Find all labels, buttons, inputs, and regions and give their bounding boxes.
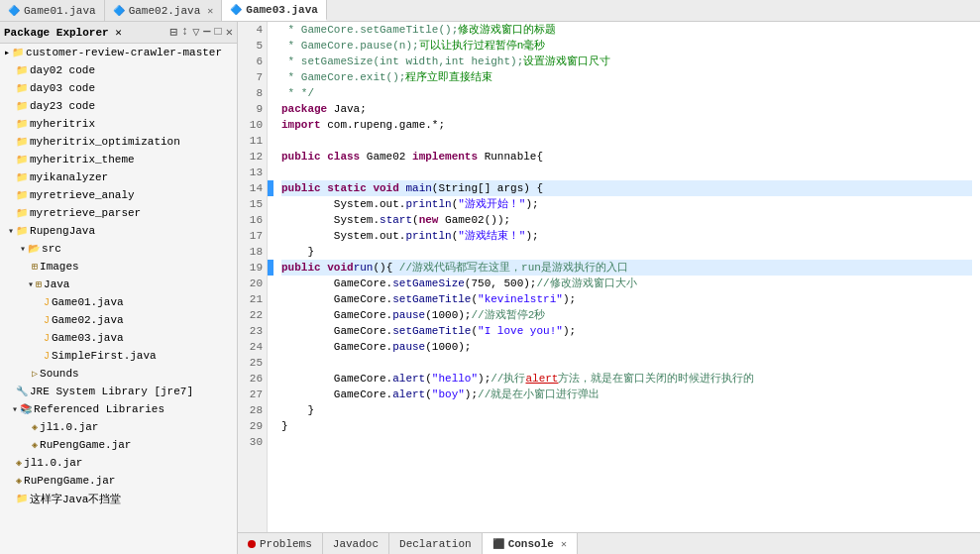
package-icon-java: ⊞ (36, 278, 42, 290)
project-icon: 📁 (12, 47, 24, 58)
tree-jl10-2[interactable]: ◈ jl1.0.jar (0, 454, 237, 472)
code-line-6: * setGameSize(int width,int height);设置游戏… (281, 54, 972, 69)
main-area: Package Explorer ✕ ⊟ ↕ ▽ — □ ✕ ▸ 📁 custo… (0, 22, 980, 554)
arrow-icon: ▸ (4, 47, 10, 58)
code-line-29: } (281, 418, 972, 434)
tree-sounds[interactable]: ▷ Sounds (0, 365, 237, 383)
folder-icon-chinese: 📁 (16, 493, 28, 504)
code-line-18: } (281, 244, 972, 260)
sounds-icon: ▷ (32, 368, 38, 380)
line-numbers: 4 5 6 7 8 9 10 11 12 13 14 15 16 17 18 1… (238, 22, 268, 532)
code-line-30 (281, 434, 972, 450)
game02-label: Game02.java (52, 314, 124, 326)
tree-game02[interactable]: J Game02.java (0, 311, 237, 329)
code-line-21: GameCore.setGameTitle("kevinelstri"); (281, 291, 972, 307)
sync-icon[interactable]: ↕ (181, 25, 188, 40)
java-icon-game02: J (44, 315, 50, 326)
expand-arrow-java: ▾ (28, 278, 34, 290)
tree-chinese-folder[interactable]: 📁 这样字Java不挡堂 (0, 490, 237, 507)
jar-icon-rupeng-2: ◈ (16, 475, 22, 487)
tree-game01[interactable]: J Game01.java (0, 293, 237, 311)
jre-label: JRE System Library [jre7] (30, 386, 193, 397)
tree-myheritrix-theme[interactable]: 📁 myheritrix_theme (0, 151, 237, 168)
tree-reflibs[interactable]: ▾ 📚 Referenced Libraries (0, 400, 237, 418)
simplefirst-label: SimpleFirst.java (52, 350, 157, 362)
tab-game01[interactable]: 🔷 Game01.java (0, 0, 105, 21)
folder-icon-analy: 📁 (16, 189, 28, 201)
tab-javadoc[interactable]: Javadoc (323, 533, 389, 554)
tree-myheritrix[interactable]: 📁 myheritrix (0, 115, 237, 133)
tree-src[interactable]: ▾ 📂 src (0, 240, 237, 258)
tree-images[interactable]: ⊞ Images (0, 258, 237, 276)
tree-simplefirst[interactable]: J SimpleFirst.java (0, 347, 237, 365)
tree-project[interactable]: ▸ 📁 customer-review-crawler-master (0, 44, 237, 61)
code-line-23: GameCore.setGameTitle("I love you!"); (281, 323, 972, 339)
code-line-16: System.start(new Game02()); (281, 212, 972, 228)
tree-myheritrix-opt[interactable]: 📁 myheritrix_optimization (0, 133, 237, 151)
day03-label: day03 code (30, 82, 95, 94)
menu-icon[interactable]: ▽ (192, 25, 199, 40)
myretrieve-parser-label: myretrieve_parser (30, 207, 141, 219)
maximize-icon[interactable]: □ (215, 25, 222, 40)
code-line-11 (281, 133, 972, 149)
reflibs-icon: 📚 (20, 403, 32, 415)
code-line-24: GameCore.pause(1000); (281, 339, 972, 355)
day02-label: day02 code (30, 64, 95, 76)
bottom-bar: Problems Javadoc Declaration ⬛ Console ✕ (238, 532, 980, 554)
tree-myretrieve-analy[interactable]: 📁 myretrieve_analy (0, 186, 237, 204)
sidebar: Package Explorer ✕ ⊟ ↕ ▽ — □ ✕ ▸ 📁 custo… (0, 22, 238, 554)
tab-game02[interactable]: 🔷 Game02.java ✕ (105, 0, 223, 21)
code-line-8: * */ (281, 85, 972, 101)
code-line-20: GameCore.setGameSize(750, 500);//修改游戏窗口大… (281, 276, 972, 291)
code-line-5: * GameCore.pause(n);可以让执行过程暂停n毫秒 (281, 38, 972, 54)
tab-label-1: Game01.java (24, 5, 96, 17)
folder-icon-opt: 📁 (16, 136, 28, 148)
code-area: 4 5 6 7 8 9 10 11 12 13 14 15 16 17 18 1… (238, 22, 980, 554)
tree-jre[interactable]: 🔧 JRE System Library [jre7] (0, 383, 237, 400)
tab-game03[interactable]: 🔷 Game03.java (222, 0, 327, 21)
expand-arrow-reflibs: ▾ (12, 403, 18, 415)
tree-day23[interactable]: 📁 day23 code (0, 97, 237, 115)
collapse-icon[interactable]: ⊟ (170, 25, 177, 40)
sidebar-title: Package Explorer ✕ (4, 26, 122, 39)
tab-console[interactable]: ⬛ Console ✕ (483, 533, 578, 554)
close-sidebar-icon[interactable]: ✕ (226, 25, 233, 40)
code-lines[interactable]: * GameCore.setGameTitle();修改游戏窗口的标题 * Ga… (273, 22, 980, 532)
myretrieve-analy-label: myretrieve_analy (30, 189, 135, 201)
tab-declaration[interactable]: Declaration (389, 533, 483, 554)
code-content[interactable]: 4 5 6 7 8 9 10 11 12 13 14 15 16 17 18 1… (238, 22, 980, 532)
console-close[interactable]: ✕ (561, 538, 567, 550)
tab-close-2[interactable]: ✕ (207, 5, 213, 17)
problems-label: Problems (260, 538, 312, 550)
tree-myretrieve-parser[interactable]: 📁 myretrieve_parser (0, 204, 237, 222)
tree-rupengjar-1[interactable]: ◈ RuPengGame.jar (0, 436, 237, 454)
tree-myikanalyzer[interactable]: 📁 myikanalyzer (0, 168, 237, 186)
tree-day03[interactable]: 📁 day03 code (0, 79, 237, 97)
code-line-26: GameCore.alert("hello");//执行alert方法，就是在窗… (281, 371, 972, 387)
code-line-4: * GameCore.setGameTitle();修改游戏窗口的标题 (281, 22, 972, 38)
jar-icon-jl10-1: ◈ (32, 421, 38, 433)
rupengjar-2-label: RuPengGame.jar (24, 475, 115, 487)
folder-icon-day03: 📁 (16, 82, 28, 94)
folder-icon-parser: 📁 (16, 207, 28, 219)
tab-problems[interactable]: Problems (238, 533, 323, 554)
code-line-17: System.out.println("游戏结束！"); (281, 228, 972, 244)
jar-icon-jl10-2: ◈ (16, 457, 22, 469)
day23-label: day23 code (30, 100, 95, 112)
images-label: Images (40, 261, 79, 273)
tree-rupengjar-2[interactable]: ◈ RuPengGame.jar (0, 472, 237, 490)
myheritrix-opt-label: myheritrix_optimization (30, 136, 180, 148)
tree-game03[interactable]: J Game03.java (0, 329, 237, 347)
java-file-icon-1: 🔷 (8, 5, 20, 17)
java-icon-game03: J (44, 333, 50, 344)
chinese-folder-label: 这样字Java不挡堂 (30, 492, 121, 506)
tree-rupeng[interactable]: ▾ 📁 RupengJava (0, 222, 237, 240)
tree-day02[interactable]: 📁 day02 code (0, 61, 237, 79)
minimize-icon[interactable]: — (203, 25, 210, 40)
code-line-28: } (281, 402, 972, 418)
tree-java-package[interactable]: ▾ ⊞ Java (0, 276, 237, 293)
folder-icon-day23: 📁 (16, 100, 28, 112)
folder-icon-day02: 📁 (16, 64, 28, 76)
tree-jl10-1[interactable]: ◈ jl1.0.jar (0, 418, 237, 436)
myikanalyzer-label: myikanalyzer (30, 171, 108, 183)
